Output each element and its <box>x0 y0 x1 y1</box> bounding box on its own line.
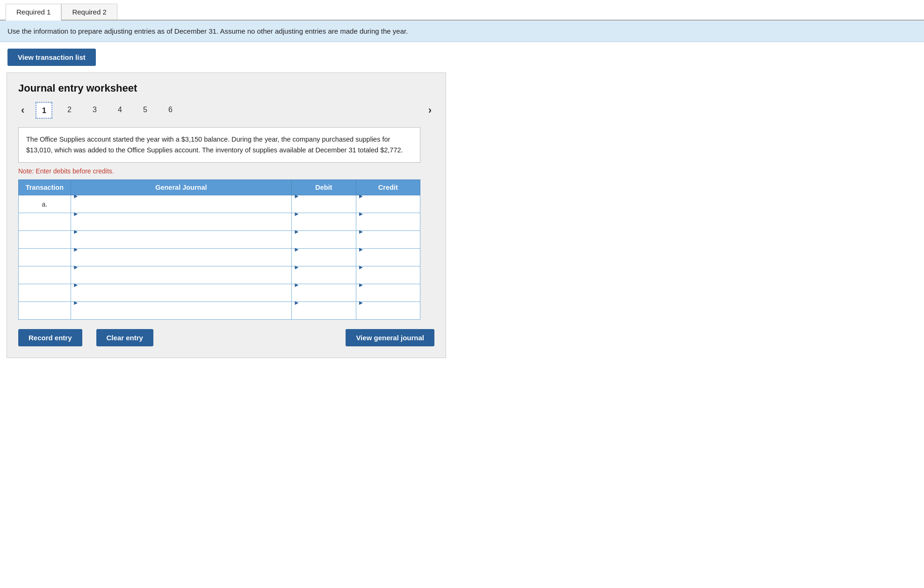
transaction-cell-7 <box>19 302 71 320</box>
tabs-container: Required 1 Required 2 <box>0 0 924 21</box>
general-journal-cell-1[interactable]: ► <box>71 195 291 213</box>
transaction-cell-1: a. <box>19 195 71 213</box>
record-entry-btn[interactable]: Record entry <box>18 329 82 346</box>
instruction-bar: Use the information to prepare adjusting… <box>0 21 924 42</box>
tab-required-1[interactable]: Required 1 <box>6 4 61 21</box>
view-transaction-btn[interactable]: View transaction list <box>7 49 96 66</box>
description-box: The Office Supplies account started the … <box>18 127 420 163</box>
instruction-text: Use the information to prepare adjusting… <box>7 27 408 35</box>
general-journal-cell-3[interactable]: ► <box>71 231 291 249</box>
transaction-cell-6 <box>19 284 71 302</box>
tab-required-2[interactable]: Required 2 <box>61 4 117 20</box>
note-text: Note: Enter debits before credits. <box>18 167 434 175</box>
general-journal-cell-7[interactable]: ► <box>71 302 291 320</box>
description-text: The Office Supplies account started the … <box>26 136 403 154</box>
credit-input-7[interactable] <box>358 306 418 323</box>
page-5-btn[interactable]: 5 <box>137 102 153 119</box>
page-1-btn[interactable]: 1 <box>36 102 52 119</box>
clear-entry-btn[interactable]: Clear entry <box>96 329 153 346</box>
next-page-btn[interactable]: › <box>426 103 434 117</box>
transaction-cell-3 <box>19 231 71 249</box>
transaction-cell-4 <box>19 249 71 266</box>
general-journal-cell-6[interactable]: ► <box>71 284 291 302</box>
page-4-btn[interactable]: 4 <box>111 102 128 119</box>
debit-cell-4[interactable]: ► <box>292 249 356 266</box>
view-general-journal-btn[interactable]: View general journal <box>346 329 434 346</box>
general-journal-input-7[interactable] <box>73 306 289 323</box>
debit-cell-5[interactable]: ► <box>292 266 356 284</box>
journal-table: Transaction General Journal Debit Credit… <box>18 179 420 320</box>
debit-cell-2[interactable]: ► <box>292 213 356 231</box>
transaction-cell-2 <box>19 213 71 231</box>
col-header-debit: Debit <box>292 180 356 195</box>
general-journal-cell-2[interactable]: ► <box>71 213 291 231</box>
debit-cell-3[interactable]: ► <box>292 231 356 249</box>
col-header-transaction: Transaction <box>19 180 71 195</box>
credit-cell-5[interactable]: ► <box>356 266 420 284</box>
page-2-btn[interactable]: 2 <box>61 102 78 119</box>
table-row: ► ► ► <box>19 302 420 320</box>
credit-cell-7[interactable]: ► <box>356 302 420 320</box>
credit-cell-3[interactable]: ► <box>356 231 420 249</box>
credit-cell-2[interactable]: ► <box>356 213 420 231</box>
worksheet-container: Journal entry worksheet ‹ 1 2 3 4 5 6 › … <box>7 72 446 358</box>
general-journal-cell-5[interactable]: ► <box>71 266 291 284</box>
prev-page-btn[interactable]: ‹ <box>18 103 27 117</box>
view-btn-row: View transaction list <box>0 42 924 72</box>
worksheet-title: Journal entry worksheet <box>18 82 434 94</box>
debit-cell-1[interactable]: ► <box>292 195 356 213</box>
transaction-cell-5 <box>19 266 71 284</box>
credit-cell-4[interactable]: ► <box>356 249 420 266</box>
nav-row: ‹ 1 2 3 4 5 6 › <box>18 102 434 119</box>
debit-cell-7[interactable]: ► <box>292 302 356 320</box>
debit-input-7[interactable] <box>294 306 354 323</box>
col-header-general-journal: General Journal <box>71 180 291 195</box>
general-journal-cell-4[interactable]: ► <box>71 249 291 266</box>
col-header-credit: Credit <box>356 180 420 195</box>
credit-cell-6[interactable]: ► <box>356 284 420 302</box>
credit-cell-1[interactable]: ► <box>356 195 420 213</box>
page-6-btn[interactable]: 6 <box>162 102 179 119</box>
button-row: Record entry Clear entry View general jo… <box>18 329 434 346</box>
page-3-btn[interactable]: 3 <box>86 102 103 119</box>
debit-cell-6[interactable]: ► <box>292 284 356 302</box>
